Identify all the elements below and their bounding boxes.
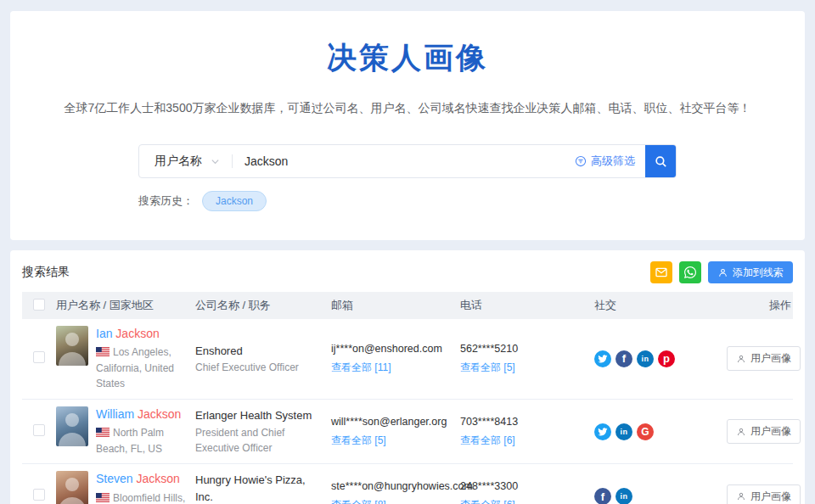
mail-icon [655, 266, 668, 279]
search-field-selector[interactable]: 用户名称 [139, 145, 232, 177]
user-location: Bloomfield Hills, MI, US [96, 490, 196, 504]
masked-email: ste****on@hungryhowies.com [331, 480, 460, 492]
search-button[interactable] [645, 145, 676, 177]
avatar [56, 326, 88, 366]
us-flag-icon [96, 493, 110, 502]
bulk-email-button[interactable] [650, 261, 672, 283]
company-name: Enshored [195, 343, 324, 360]
linkedin-icon[interactable]: in [637, 350, 654, 367]
user-name[interactable]: Ian Jackson [96, 326, 196, 341]
search-history-chip[interactable]: Jackson [202, 191, 267, 211]
job-title: President and Chief Executive Officer [195, 425, 324, 456]
avatar [56, 406, 88, 446]
person-icon [736, 354, 746, 364]
person-photo-placeholder [56, 471, 88, 504]
user-name[interactable]: Steven Jackson [96, 471, 196, 486]
person-icon [736, 427, 746, 437]
company-cell: Erlanger Health System President and Chi… [195, 407, 331, 456]
whatsapp-icon [683, 266, 697, 279]
person-photo-placeholder [56, 406, 88, 446]
company-name: Hungry Howie's Pizza, Inc. [195, 472, 324, 504]
view-all-phones-link[interactable]: 查看全部 [6] [460, 434, 594, 448]
masked-phone: 248****3300 [460, 480, 594, 492]
table-row: Steven Jackson Bloomfield Hills, MI, US … [22, 464, 793, 504]
row-checkbox[interactable] [33, 489, 45, 501]
search-icon [654, 154, 668, 169]
user-cell: Ian Jackson Los Angeles, California, Uni… [56, 326, 195, 392]
phone-cell: 703****8413 查看全部 [6] [460, 416, 594, 448]
page-subtitle: 全球7亿工作人士和3500万家企业数据库，可通过公司名、用户名、公司域名快速查找… [10, 101, 805, 116]
filter-icon [575, 155, 587, 167]
view-all-phones-link[interactable]: 查看全部 [6] [460, 498, 594, 504]
email-cell: will****son@erlanger.org 查看全部 [5] [331, 416, 460, 448]
user-portrait-button[interactable]: 用户画像 [727, 346, 801, 371]
user-cell: Steven Jackson Bloomfield Hills, MI, US [56, 471, 195, 504]
add-to-leads-button[interactable]: 添加到线索 [708, 261, 793, 283]
advanced-filter-label: 高级筛选 [591, 154, 635, 169]
results-card: 搜索结果 添加到线索 用户名称 / 国家地区 公司名称 / 职务 邮箱 电话 社… [10, 250, 805, 504]
column-header-company: 公司名称 / 职务 [195, 298, 331, 313]
masked-email: ij****on@enshored.com [331, 343, 460, 355]
column-header-action: 操作 [727, 298, 793, 313]
us-flag-icon [96, 347, 110, 356]
user-portrait-button[interactable]: 用户画像 [727, 484, 801, 504]
results-title: 搜索结果 [22, 265, 70, 280]
column-header-user: 用户名称 / 国家地区 [56, 298, 195, 313]
user-name[interactable]: William Jackson [96, 406, 196, 422]
search-area: 用户名称 高级筛选 搜索历史： Jackson [138, 144, 677, 211]
social-cell: f in p [594, 350, 727, 367]
search-history-label: 搜索历史： [138, 193, 194, 209]
masked-email: will****son@erlanger.org [331, 416, 460, 428]
search-history: 搜索历史： Jackson [138, 191, 677, 211]
email-cell: ij****on@enshored.com 查看全部 [11] [331, 343, 460, 375]
user-location: Los Angeles, California, United States [96, 344, 196, 392]
user-location: North Palm Beach, FL, US [96, 425, 196, 456]
user-portrait-button[interactable]: 用户画像 [727, 419, 801, 444]
company-name: Erlanger Health System [195, 407, 324, 424]
column-header-email: 邮箱 [331, 298, 460, 313]
view-all-phones-link[interactable]: 查看全部 [5] [460, 361, 594, 375]
phone-cell: 562****5210 查看全部 [5] [460, 343, 594, 375]
table-row: Ian Jackson Los Angeles, California, Uni… [22, 319, 793, 400]
avatar [56, 471, 88, 504]
view-all-emails-link[interactable]: 查看全部 [8] [331, 498, 460, 504]
social-cell: f in [594, 488, 727, 504]
select-all-checkbox[interactable] [33, 299, 45, 311]
row-checkbox[interactable] [33, 424, 45, 436]
google-icon[interactable]: G [637, 423, 654, 440]
masked-phone: 562****5210 [460, 343, 594, 355]
linkedin-icon[interactable]: in [615, 423, 632, 440]
masked-phone: 703****8413 [460, 416, 594, 428]
email-cell: ste****on@hungryhowies.com 查看全部 [8] [331, 480, 460, 504]
social-cell: in G [594, 423, 727, 440]
whatsapp-button[interactable] [679, 261, 701, 283]
hero-card: 决策人画像 全球7亿工作人士和3500万家企业数据库，可通过公司名、用户名、公司… [10, 11, 805, 240]
us-flag-icon [96, 428, 110, 437]
search-field-label: 用户名称 [155, 154, 202, 169]
view-all-emails-link[interactable]: 查看全部 [11] [331, 361, 460, 375]
search-input[interactable] [233, 145, 565, 177]
column-header-social: 社交 [594, 298, 727, 313]
column-header-phone: 电话 [460, 298, 594, 313]
view-all-emails-link[interactable]: 查看全部 [5] [331, 434, 460, 448]
add-to-leads-label: 添加到线索 [733, 266, 784, 280]
company-cell: Hungry Howie's Pizza, Inc. President and… [195, 472, 331, 504]
company-cell: Enshored Chief Executive Officer [195, 343, 331, 376]
chevron-down-icon [211, 157, 220, 166]
twitter-icon[interactable] [594, 350, 611, 367]
person-icon [717, 267, 728, 278]
person-photo-placeholder [56, 326, 88, 366]
pinterest-icon[interactable]: p [658, 350, 675, 367]
results-header: 搜索结果 添加到线索 [22, 250, 793, 292]
twitter-icon[interactable] [594, 423, 611, 440]
phone-cell: 248****3300 查看全部 [6] [460, 480, 594, 504]
facebook-icon[interactable]: f [594, 488, 611, 504]
person-icon [736, 491, 746, 501]
row-checkbox[interactable] [33, 351, 45, 363]
advanced-filter-button[interactable]: 高级筛选 [565, 145, 645, 177]
page-title: 决策人画像 [10, 11, 805, 78]
results-actions: 添加到线索 [650, 261, 793, 283]
user-cell: William Jackson North Palm Beach, FL, US [56, 406, 195, 456]
linkedin-icon[interactable]: in [615, 488, 632, 504]
facebook-icon[interactable]: f [615, 350, 632, 367]
